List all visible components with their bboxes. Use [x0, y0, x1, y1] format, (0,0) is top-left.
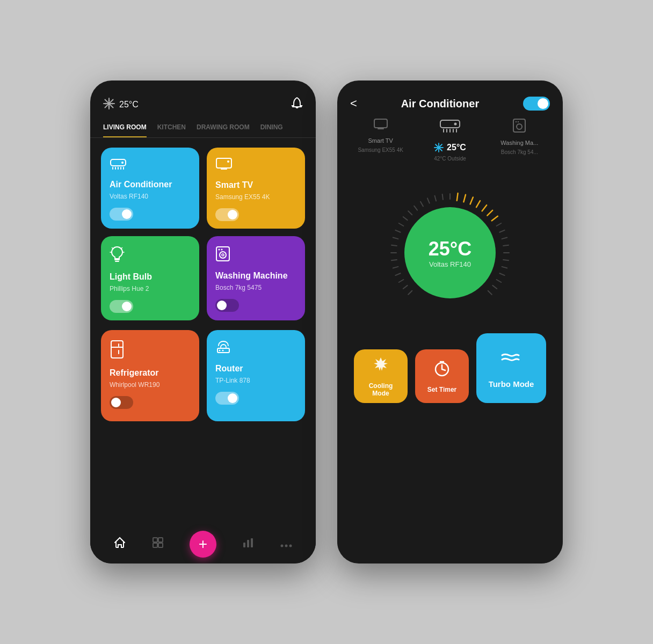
svg-line-76: [403, 217, 408, 220]
ac-subtitle: Voltas RF140: [110, 193, 191, 200]
strip-smart-tv[interactable]: Smart TV Samsung EX55 4K: [346, 118, 415, 162]
svg-point-26: [220, 252, 226, 258]
router-toggle[interactable]: [215, 392, 239, 405]
set-timer-label: Set Timer: [427, 386, 456, 393]
power-toggle[interactable]: [523, 97, 550, 111]
nav-grid-icon[interactable]: [151, 536, 164, 552]
svg-rect-41: [243, 543, 245, 547]
ac-toggle[interactable]: [110, 208, 133, 221]
svg-line-90: [492, 216, 498, 221]
tab-kitchen[interactable]: KITCHEN: [157, 123, 186, 137]
svg-rect-15: [216, 158, 231, 168]
bulb-toggle[interactable]: [110, 300, 133, 313]
strip-snow-icon: [434, 143, 444, 152]
strip-ac-icon: [439, 118, 461, 137]
nav-stats-icon[interactable]: [242, 536, 255, 552]
svg-line-80: [427, 198, 430, 203]
set-timer-button[interactable]: Set Timer: [415, 349, 469, 403]
strip-tv-icon: [373, 118, 388, 134]
svg-line-77: [408, 211, 412, 215]
svg-line-66: [403, 286, 408, 289]
svg-rect-37: [153, 538, 157, 542]
tab-living-room[interactable]: LIVING ROOM: [103, 123, 147, 137]
nav-home-icon[interactable]: [113, 536, 126, 552]
svg-line-69: [393, 267, 398, 268]
svg-line-97: [502, 267, 507, 268]
svg-line-74: [395, 230, 400, 232]
svg-rect-40: [158, 543, 163, 547]
timer-icon: [433, 360, 451, 382]
svg-point-56: [454, 123, 456, 126]
svg-line-93: [502, 238, 507, 239]
svg-line-87: [476, 201, 480, 207]
weather-info: 25°C: [103, 98, 139, 112]
router-icon: [215, 340, 296, 358]
bulb-title: Light Bulb: [110, 272, 191, 282]
svg-line-98: [499, 273, 504, 275]
dial-model: Voltas RF140: [429, 260, 471, 268]
device-strip: Smart TV Samsung EX55 4K: [337, 118, 563, 172]
strip-washing-machine[interactable]: Washing Ma... Bosch 7kg 54...: [485, 118, 554, 162]
nav-more-icon[interactable]: [280, 537, 293, 551]
device-card-air-conditioner[interactable]: Air Conditioner Voltas RF140: [101, 148, 199, 229]
device-card-washing-machine[interactable]: Washing Machine Bosch 7kg 5475: [207, 236, 305, 320]
device-card-light-bulb[interactable]: Light Bulb Phillips Hue 2: [101, 236, 199, 320]
svg-rect-61: [513, 119, 525, 132]
bulb-subtitle: Phillips Hue 2: [110, 285, 191, 292]
strip-washer-label: Washing Ma...: [500, 140, 538, 146]
svg-point-29: [221, 249, 223, 251]
tab-drawing-room[interactable]: DRAWING ROOM: [197, 123, 250, 137]
washer-title: Washing Machine: [215, 271, 296, 281]
device-card-smart-tv[interactable]: Smart TV Samsung EX55 4K: [207, 148, 305, 229]
cooling-mode-button[interactable]: Cooling Mode: [354, 349, 408, 403]
svg-line-78: [414, 206, 417, 210]
device-card-router[interactable]: Router TP-Link 878: [207, 330, 305, 421]
turbo-mode-button[interactable]: Turbo Mode: [476, 333, 546, 403]
svg-point-35: [219, 350, 221, 352]
dial-inner: 25°C Voltas RF140: [404, 207, 496, 298]
svg-point-18: [227, 160, 229, 163]
bulb-icon: [110, 246, 191, 267]
fridge-title: Refrigerator: [110, 368, 191, 378]
strip-ac[interactable]: 25°C 42°C Outside: [415, 118, 484, 162]
router-title: Router: [215, 364, 296, 374]
tv-toggle[interactable]: [215, 208, 239, 221]
room-tabs: LIVING ROOM KITCHEN DRAWING ROOM DINING: [90, 118, 316, 138]
svg-line-104: [442, 369, 445, 370]
ac-display-area: ticks drawn below: [337, 172, 563, 323]
add-device-button[interactable]: +: [190, 531, 216, 558]
svg-point-44: [280, 545, 283, 547]
tab-dining[interactable]: DINING: [260, 123, 283, 137]
svg-line-86: [470, 197, 473, 204]
svg-point-63: [516, 121, 517, 122]
ac-title: Air Conditioner: [110, 180, 191, 189]
tv-title: Smart TV: [215, 180, 296, 190]
svg-point-5: [108, 106, 110, 107]
device-card-refrigerator[interactable]: Refrigerator Whirlpool WR190: [101, 330, 199, 421]
fridge-toggle[interactable]: [110, 396, 133, 409]
cooling-mode-label: Cooling Mode: [361, 382, 400, 397]
svg-line-84: [457, 193, 458, 201]
strip-washer-icon: [512, 118, 526, 136]
svg-line-89: [487, 210, 492, 216]
svg-point-36: [222, 350, 224, 352]
svg-point-4: [108, 99, 110, 101]
washer-toggle[interactable]: [215, 299, 239, 312]
right-header: < Air Conditioner: [337, 80, 563, 118]
temperature-dial[interactable]: ticks drawn below: [386, 188, 514, 317]
svg-line-72: [391, 245, 397, 246]
svg-line-67: [399, 280, 404, 282]
svg-rect-30: [111, 341, 123, 358]
left-phone: 25°C LIVING ROOM KITCHEN DRAWING ROOM DI…: [90, 80, 316, 564]
svg-point-64: [518, 121, 519, 122]
svg-point-46: [289, 545, 292, 547]
left-header: 25°C: [90, 80, 316, 118]
back-button[interactable]: <: [350, 97, 357, 111]
svg-point-7: [112, 103, 113, 104]
svg-line-70: [391, 260, 397, 260]
svg-point-14: [121, 162, 124, 164]
svg-line-88: [482, 205, 487, 211]
notification-bell-icon[interactable]: [291, 97, 303, 113]
svg-line-24: [121, 248, 122, 249]
bottom-nav: +: [90, 525, 316, 564]
